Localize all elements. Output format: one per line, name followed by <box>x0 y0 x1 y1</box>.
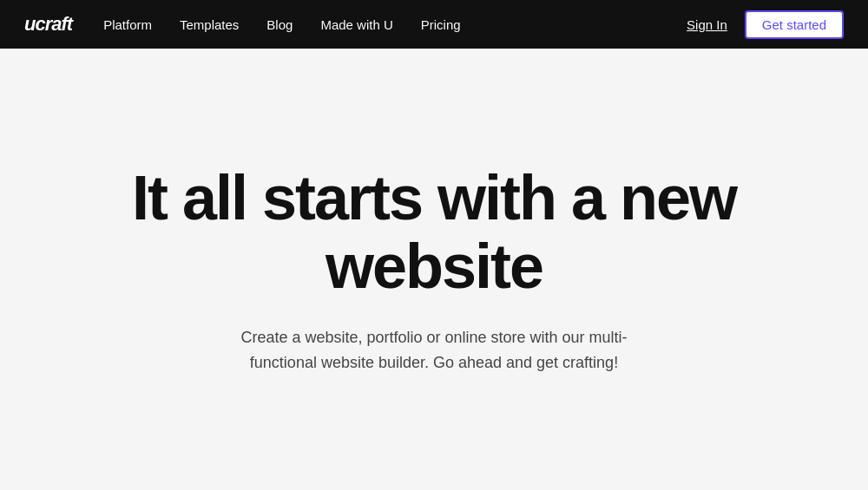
get-started-button[interactable]: Get started <box>745 10 844 39</box>
logo[interactable]: ucraft <box>24 13 72 36</box>
nav-link-blog[interactable]: Blog <box>266 17 293 32</box>
hero-title: It all starts with a new website <box>130 164 738 301</box>
nav-links: PlatformTemplatesBlogMade with UPricing <box>103 17 461 32</box>
nav-link-templates[interactable]: Templates <box>180 17 239 32</box>
nav-link-platform[interactable]: Platform <box>103 17 152 32</box>
nav-link-made-with-u[interactable]: Made with U <box>320 17 392 32</box>
hero-section: It all starts with a new website Create … <box>0 49 868 490</box>
nav-link-pricing[interactable]: Pricing <box>421 17 461 32</box>
nav-right: Sign In Get started <box>687 10 844 39</box>
navbar: ucraft PlatformTemplatesBlogMade with UP… <box>0 0 868 49</box>
sign-in-button[interactable]: Sign In <box>687 17 727 32</box>
hero-subtitle: Create a website, portfolio or online st… <box>226 325 642 376</box>
nav-left: ucraft PlatformTemplatesBlogMade with UP… <box>24 13 461 36</box>
